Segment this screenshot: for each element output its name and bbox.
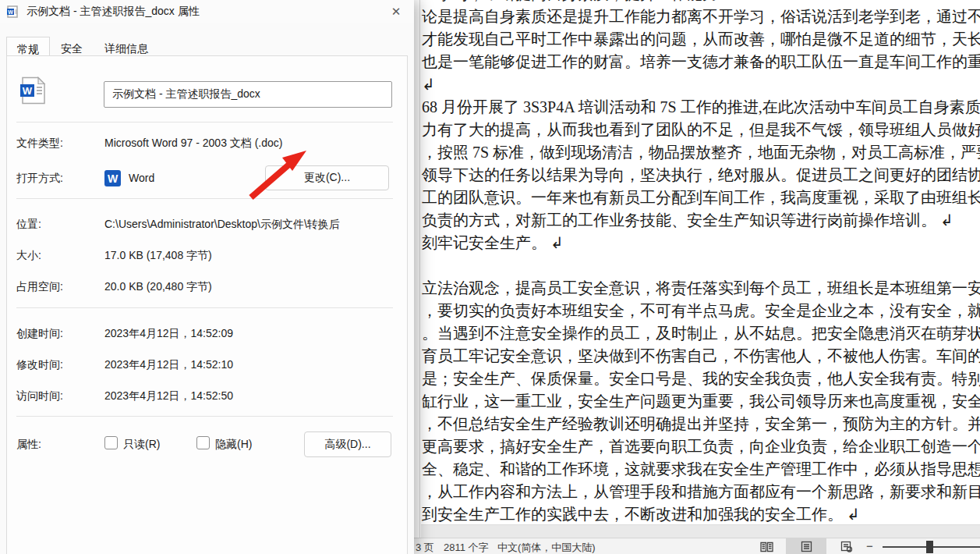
document-text-line: 立法治观念，提高员工安全意识，将责任落实到每个员工，班组长是本班组第一安全 bbox=[422, 277, 980, 300]
word-document-area: 重学习，不断提高自身素质，提升工作能力论是提高自身素质还是提升工作能力都离不开学… bbox=[414, 0, 980, 554]
modified-value: 2023年4月12日，14:52:10 bbox=[104, 358, 233, 372]
separator bbox=[16, 122, 393, 123]
dialog-titlebar[interactable]: W 示例文档 - 主管述职报告_docx 属性 ✕ bbox=[0, 0, 414, 23]
readonly-checkbox[interactable] bbox=[104, 436, 118, 449]
document-text-line: 缸行业，这一重工业，安全生产问题更为重要，我公司领导历来也高度重视，安全成 bbox=[422, 390, 980, 413]
hidden-checkbox[interactable] bbox=[196, 436, 210, 449]
accessed-value: 2023年4月12日，14:52:50 bbox=[104, 389, 233, 403]
word-status-bar: 3 页 2811 个字 中文(简体，中国大陆) bbox=[414, 538, 980, 554]
document-text-line: 领导下达的任务以结果为导向，坚决执行，绝对服从。促进员工之间更好的团结协作， bbox=[422, 164, 980, 186]
properties-dialog: W 示例文档 - 主管述职报告_docx 属性 ✕ 常规 安全 详细信息 W 文… bbox=[0, 0, 414, 554]
document-text-line: 到安全生产工作的实践中去，不断改进和加强我的安全工作。 ↲ bbox=[422, 503, 980, 526]
size-on-disk-value: 20.0 KB (20,480 字节) bbox=[104, 280, 212, 294]
document-text-line: 工的团队意识。一年来也有新员工分配到车间工作，我高度重视，采取了由班组长牵 bbox=[422, 186, 980, 209]
word-app-icon: W bbox=[104, 170, 121, 186]
document-text-line: 论是提高自身素质还是提升工作能力都离不开学习，俗话说活到老学到老，通过不断 bbox=[422, 5, 980, 28]
general-tab-panel: W 文件类型: Microsoft Word 97 - 2003 文档 (.do… bbox=[6, 55, 408, 554]
document-text-line: 负责的方式，对新工的工作业务技能、安全生产知识等进行岗前操作培训。 ↲ bbox=[422, 209, 980, 232]
change-button[interactable]: 更改(C)... bbox=[265, 165, 389, 190]
word-file-icon-small: W bbox=[6, 5, 19, 18]
separator bbox=[16, 198, 393, 199]
hidden-label: 隐藏(H) bbox=[215, 438, 252, 452]
filename-input[interactable] bbox=[104, 81, 392, 108]
status-word-count[interactable]: 2811 个字 bbox=[444, 541, 489, 554]
document-text-line bbox=[422, 254, 980, 277]
status-language[interactable]: 中文(简体，中国大陆) bbox=[497, 541, 596, 554]
accessed-label: 访问时间: bbox=[16, 389, 63, 403]
file-type-value: Microsoft Word 97 - 2003 文档 (.doc) bbox=[104, 137, 282, 151]
advanced-button[interactable]: 高级(D)... bbox=[304, 431, 391, 457]
document-text-line: 也是一笔能够促进工作的财富。培养一支德才兼备的职工队伍一直是车间工作的重点 bbox=[422, 51, 980, 73]
document-text-line: ↲ bbox=[422, 73, 980, 96]
read-mode-icon[interactable] bbox=[759, 540, 774, 553]
document-text-line: 。当遇到不注意安全操作的员工，及时制止，从不姑息。把安全隐患消灭在萌芽状态。 bbox=[422, 322, 980, 345]
screen: 重学习，不断提高自身素质，提升工作能力论是提高自身素质还是提升工作能力都离不开学… bbox=[0, 0, 980, 554]
web-layout-icon[interactable] bbox=[839, 540, 854, 553]
size-label: 大小: bbox=[16, 249, 41, 263]
file-type-label: 文件类型: bbox=[16, 137, 63, 151]
open-with-value: Word bbox=[129, 172, 154, 184]
document-text-line: 育员工牢记安全意识，坚决做到不伤害自己，不伤害他人，不被他人伤害。车间的工 bbox=[422, 345, 980, 368]
word-file-icon-large: W bbox=[19, 76, 46, 105]
size-value: 17.0 KB (17,408 字节) bbox=[104, 249, 212, 263]
dialog-title: 示例文档 - 主管述职报告_docx 属性 bbox=[27, 5, 200, 19]
created-value: 2023年4月12日，14:52:09 bbox=[104, 327, 233, 341]
modified-label: 修改时间: bbox=[16, 358, 63, 372]
document-text-line: 重学习，不断提高自身素质，提升工作能力 bbox=[422, 0, 980, 5]
print-layout-icon[interactable] bbox=[798, 540, 814, 553]
document-text[interactable]: 重学习，不断提高自身素质，提升工作能力论是提高自身素质还是提升工作能力都离不开学… bbox=[422, 0, 980, 526]
horizontal-scrollbar[interactable] bbox=[421, 524, 980, 538]
status-page-count[interactable]: 3 页 bbox=[416, 541, 434, 554]
location-label: 位置: bbox=[16, 218, 41, 232]
created-label: 创建时间: bbox=[16, 327, 63, 341]
document-text-line: 68 月份开展了 3S3P4A 培训活动和 7S 工作的推进,在此次活动中车间员… bbox=[422, 96, 980, 119]
page-left-edge bbox=[419, 0, 420, 554]
document-text-line: ，要切实的负责好本班组安全，不可有半点马虎。安全是企业之本，没有安全，就没 bbox=[422, 300, 980, 322]
readonly-label: 只读(R) bbox=[123, 438, 160, 452]
document-text-line: 力有了大的提高，从而我也看到了团队的不足，但是我不气馁，领导班组人员做好 bbox=[422, 119, 980, 141]
close-icon[interactable]: ✕ bbox=[386, 3, 406, 20]
svg-text:W: W bbox=[8, 9, 13, 15]
document-text-line: ，从工作内容和方法上，从管理手段和措施方面都应有一个新思路，新要求和新目标， bbox=[422, 481, 980, 503]
document-text-line: ，按照 7S 标准，做到现场清洁，物品摆放整齐，地面无杂物，对员工高标准，严要 bbox=[422, 141, 980, 164]
document-text-line: 更高要求，搞好安全生产，首选要向职工负责，向企业负责，给企业职工创造一个健 bbox=[422, 435, 980, 458]
svg-text:W: W bbox=[23, 85, 33, 97]
attributes-label: 属性: bbox=[16, 438, 41, 452]
document-text-line: 才能发现自己平时工作中暴露出的问题，从而改善，哪怕是微不足道的细节，天长日 bbox=[422, 28, 980, 51]
document-text-line: 全、稳定、和谐的工作环境，这就要求我在安全生产管理工作中，必须从指导思想和 bbox=[422, 458, 980, 481]
separator bbox=[16, 307, 393, 308]
size-on-disk-label: 占用空间: bbox=[16, 280, 63, 294]
zoom-out-icon[interactable]: − bbox=[866, 539, 873, 552]
zoom-slider-handle[interactable] bbox=[926, 541, 933, 553]
open-with-label: 打开方式: bbox=[16, 172, 63, 186]
document-text-line: 刻牢记安全生产。 ↲ bbox=[422, 232, 980, 254]
location-value: C:\Users\Administrator\Desktop\示例文件\转换后 bbox=[104, 218, 340, 232]
document-text-line: 是；安全生产、保质保量。安全口号是、我的安全我负责，他人安全我有责。特别是 bbox=[422, 368, 980, 390]
document-text-line: ，不但总结安全生产经验教训还明确提出并坚持，安全第一，预防为主的方针。并提 bbox=[422, 413, 980, 435]
separator bbox=[16, 416, 393, 417]
